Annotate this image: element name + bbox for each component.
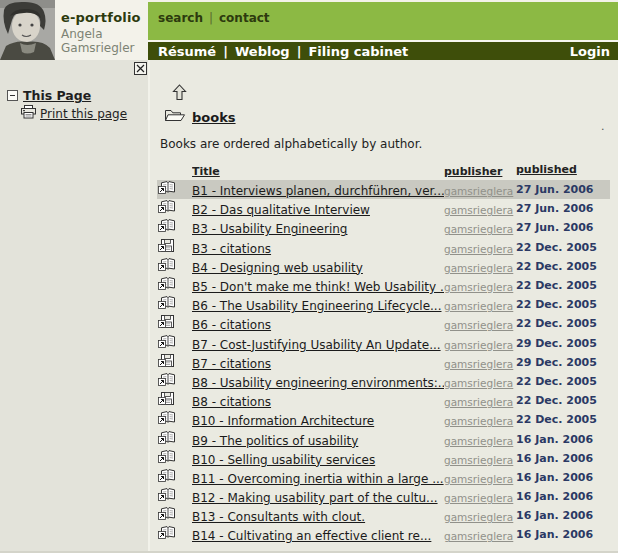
sort-published-header[interactable]: published [516,163,577,176]
row-publisher-link[interactable]: gamsrieglera [444,435,513,447]
row-title-link[interactable]: B5 - Don't make me think! Web Usability … [192,280,444,294]
book-link-icon[interactable] [160,468,177,485]
close-box-icon[interactable] [134,62,147,75]
shortcut-arrow-icon [158,334,166,352]
row-published-date: 22 Dec. 2005 [516,241,610,254]
this-page-link[interactable]: This Page [23,88,91,103]
books-heading: books [164,108,236,127]
book-link-icon[interactable] [160,410,177,427]
profile-photo [0,0,55,60]
book-link-icon[interactable] [160,334,177,351]
row-title-link[interactable]: B10 - Selling usability services [192,453,375,467]
row-publisher-link[interactable]: gamsrieglera [444,185,513,197]
row-title-link[interactable]: B6 - The Usability Engineering Lifecycle… [192,299,442,313]
row-publisher-link[interactable]: gamsrieglera [444,454,513,466]
row-icon-cell [157,372,192,391]
citations-link-icon[interactable] [160,353,177,370]
row-published-date: 27 Jun. 2006 [516,202,610,215]
row-publisher-link[interactable]: gamsrieglera [444,530,513,542]
row-title-link[interactable]: B3 - citations [192,242,271,256]
login-link[interactable]: Login [570,44,610,59]
row-title-link[interactable]: B8 - citations [192,395,271,409]
book-link-icon[interactable] [160,218,177,235]
table-row: B8 - citations gamsrieglera 22 Dec. 2005 [157,391,610,410]
table-row: B5 - Don't make me think! Web Usability … [157,276,610,295]
row-title-link[interactable]: B10 - Information Architecture [192,414,374,428]
row-publisher-link[interactable]: gamsrieglera [444,281,513,293]
open-folder-icon [164,108,186,127]
row-icon-cell [157,314,192,333]
row-title-link[interactable]: B1 - Interviews planen, durchführen, ver… [192,184,444,198]
book-link-icon[interactable] [160,180,177,197]
row-publisher-link[interactable]: gamsrieglera [444,300,513,312]
row-title-link[interactable]: B7 - citations [192,357,271,371]
sort-publisher-header[interactable]: publisher [444,165,502,178]
row-publisher-link[interactable]: gamsrieglera [444,223,513,235]
nav-contact-link[interactable]: contact [219,11,270,25]
citations-link-icon[interactable] [160,314,177,331]
nav-search-link[interactable]: search [158,11,203,25]
site-title: e-portfolio [61,10,148,25]
row-publisher-link[interactable]: gamsrieglera [444,319,513,331]
book-link-icon[interactable] [160,487,177,504]
row-publisher-link[interactable]: gamsrieglera [444,262,513,274]
book-link-icon[interactable] [160,276,177,293]
up-arrow-icon[interactable] [172,84,187,105]
row-publisher-link[interactable]: gamsrieglera [444,377,513,389]
book-link-icon[interactable] [160,449,177,466]
row-title-link[interactable]: B14 - Cultivating an effective client re… [192,529,431,543]
sort-title-header[interactable]: Title [192,165,220,178]
books-table: Title publisher published [157,159,610,545]
table-row: B3 - citations gamsrieglera 22 Dec. 2005 [157,238,610,257]
row-title-link[interactable]: B3 - Usability Engineering [192,222,347,236]
table-row: B6 - The Usability Engineering Lifecycle… [157,295,610,314]
row-publisher-link[interactable]: gamsrieglera [444,204,513,216]
row-title-link[interactable]: B11 - Overcoming inertia within a large … [192,472,444,486]
row-title-link[interactable]: B2 - Das qualitative Interview [192,203,370,217]
table-row: B14 - Cultivating an effective client re… [157,525,610,544]
book-link-icon[interactable] [160,430,177,447]
row-title-link[interactable]: B9 - The politics of usability [192,434,358,448]
row-publisher-link[interactable]: gamsrieglera [444,415,513,427]
print-page-link[interactable]: Print this page [40,107,127,121]
shortcut-arrow-icon [158,506,166,524]
row-publisher-link[interactable]: gamsrieglera [444,492,513,504]
row-title-link[interactable]: B13 - Consultants with clout. [192,510,365,524]
row-title-link[interactable]: B7 - Cost-Justifying Usability An Update… [192,338,441,352]
book-link-icon[interactable] [160,199,177,216]
citations-link-icon[interactable] [160,238,177,255]
table-row: B9 - The politics of usability gamsriegl… [157,429,610,448]
row-title-link[interactable]: B6 - citations [192,318,271,332]
books-folder-link[interactable]: books [192,110,236,125]
row-title-link[interactable]: B12 - Making usability part of the cultu… [192,491,438,505]
nav-filing-cabinet-link[interactable]: Filing cabinet [308,44,408,59]
shortcut-arrow-icon [158,468,166,486]
citations-link-icon[interactable] [160,391,177,408]
book-link-icon[interactable] [160,295,177,312]
book-link-icon[interactable] [160,372,177,389]
row-published-date: 22 Dec. 2005 [516,375,610,388]
row-publisher-link[interactable]: gamsrieglera [444,358,513,370]
row-publisher-link[interactable]: gamsrieglera [444,511,513,523]
row-publisher-link[interactable]: gamsrieglera [444,243,513,255]
row-title-link[interactable]: B4 - Designing web usability [192,261,363,275]
collapse-minus-icon[interactable] [7,90,18,101]
printer-icon[interactable] [21,104,36,123]
book-link-icon[interactable] [160,525,177,542]
nav-resume-link[interactable]: Résumé [158,44,216,59]
row-publisher-link[interactable]: gamsrieglera [444,339,513,351]
table-row: B7 - Cost-Justifying Usability An Update… [157,334,610,353]
table-header-row: Title publisher published [157,159,610,180]
row-title-link[interactable]: B8 - Usability engineering environments:… [192,376,444,390]
table-row: B10 - Selling usability services gamsrie… [157,449,610,468]
book-link-icon[interactable] [160,257,177,274]
shortcut-arrow-icon [158,525,166,543]
book-link-icon[interactable] [160,506,177,523]
sidebar-this-page: This Page [7,88,91,103]
nav-weblog-link[interactable]: Weblog [235,44,290,59]
row-publisher-link[interactable]: gamsrieglera [444,473,513,485]
row-publisher-link[interactable]: gamsrieglera [444,396,513,408]
header: e-portfolio Angela Gamsriegler search | … [0,0,618,60]
row-icon-cell [157,525,192,544]
stray-dot: . [601,120,605,133]
